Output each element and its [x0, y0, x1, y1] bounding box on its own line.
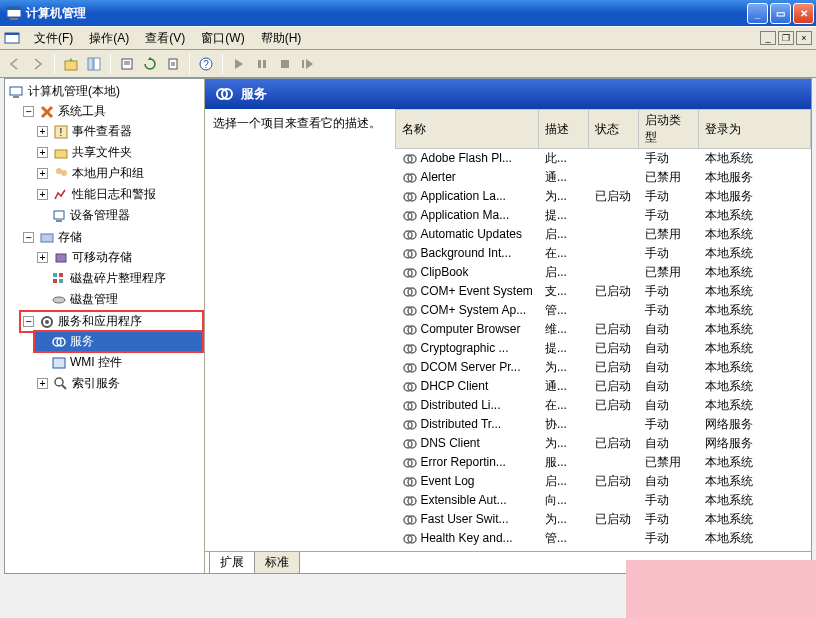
service-logon: 本地系统: [699, 244, 811, 263]
service-row[interactable]: DHCP Client通...已启动自动本地系统: [396, 377, 811, 396]
close-button[interactable]: ✕: [793, 3, 814, 24]
service-startup: 自动: [639, 377, 699, 396]
service-row[interactable]: Health Key and...管...手动本地系统: [396, 529, 811, 548]
menu-view[interactable]: 查看(V): [137, 28, 193, 49]
service-row[interactable]: Extensible Aut...向...手动本地系统: [396, 491, 811, 510]
tree-system-tools[interactable]: −系统工具: [21, 102, 202, 121]
minimize-button[interactable]: _: [747, 3, 768, 24]
col-status[interactable]: 状态: [589, 110, 639, 149]
expand-icon[interactable]: +: [37, 126, 48, 137]
export-button[interactable]: [162, 53, 184, 75]
service-row[interactable]: Automatic Updates启...已禁用本地系统: [396, 225, 811, 244]
start-service-button[interactable]: [228, 53, 250, 75]
services-list[interactable]: 名称 描述 状态 启动类型 登录为 Adobe Flash Pl...此...手…: [395, 109, 811, 551]
menu-action[interactable]: 操作(A): [81, 28, 137, 49]
menu-help[interactable]: 帮助(H): [253, 28, 310, 49]
restart-service-button[interactable]: [297, 53, 319, 75]
service-row[interactable]: Application La...为...已启动手动本地服务: [396, 187, 811, 206]
service-name: DNS Client: [421, 436, 480, 450]
service-row[interactable]: Background Int...在...手动本地系统: [396, 244, 811, 263]
maximize-button[interactable]: ▭: [770, 3, 791, 24]
description-panel: 选择一个项目来查看它的描述。: [205, 109, 395, 551]
svg-rect-6: [88, 58, 93, 70]
mdi-minimize-button[interactable]: _: [760, 31, 776, 45]
svg-rect-32: [59, 279, 63, 283]
properties-button[interactable]: [116, 53, 138, 75]
tab-extended[interactable]: 扩展: [209, 552, 255, 574]
expand-icon[interactable]: +: [37, 147, 48, 158]
menu-file[interactable]: 文件(F): [26, 28, 81, 49]
service-logon: 本地系统: [699, 263, 811, 282]
service-row[interactable]: Distributed Tr...协...手动网络服务: [396, 415, 811, 434]
mdi-restore-button[interactable]: ❐: [778, 31, 794, 45]
service-row[interactable]: ClipBook启...已禁用本地系统: [396, 263, 811, 282]
collapse-icon[interactable]: −: [23, 316, 34, 327]
service-row[interactable]: Adobe Flash Pl...此...手动本地系统: [396, 149, 811, 169]
tree-storage[interactable]: −存储: [21, 228, 202, 247]
service-row[interactable]: Distributed Li...在...已启动自动本地系统: [396, 396, 811, 415]
forward-button[interactable]: [27, 53, 49, 75]
tree-root[interactable]: 计算机管理(本地): [7, 82, 202, 101]
tree-indexing[interactable]: +索引服务: [35, 374, 202, 393]
tree-services-apps[interactable]: −服务和应用程序: [21, 312, 202, 331]
removable-icon: [53, 250, 69, 266]
service-desc: 启...: [539, 225, 589, 244]
service-logon: 本地系统: [699, 301, 811, 320]
service-row[interactable]: Computer Browser维...已启动自动本地系统: [396, 320, 811, 339]
service-row[interactable]: Event Log启...已启动自动本地系统: [396, 472, 811, 491]
mdi-controls: _ ❐ ×: [760, 31, 812, 45]
tree-defrag[interactable]: 磁盘碎片整理程序: [35, 269, 202, 288]
tree-shared-folders[interactable]: +共享文件夹: [35, 143, 202, 162]
col-logon[interactable]: 登录为: [699, 110, 811, 149]
service-status: 已启动: [589, 320, 639, 339]
stop-service-button[interactable]: [274, 53, 296, 75]
service-name: Fast User Swit...: [421, 512, 509, 526]
tree-wmi[interactable]: WMI 控件: [35, 353, 202, 372]
service-row[interactable]: Application Ma...提...手动本地系统: [396, 206, 811, 225]
service-desc: 管...: [539, 301, 589, 320]
expand-icon[interactable]: +: [37, 168, 48, 179]
console-tree[interactable]: 计算机管理(本地) −系统工具 +!事件查看器 +共享文件夹 +本地用户和组 +…: [5, 79, 205, 573]
collapse-icon[interactable]: −: [23, 232, 34, 243]
service-startup: 手动: [639, 187, 699, 206]
service-row[interactable]: Alerter通...已禁用本地服务: [396, 168, 811, 187]
show-hide-button[interactable]: [83, 53, 105, 75]
expand-icon[interactable]: +: [37, 252, 48, 263]
pause-service-button[interactable]: [251, 53, 273, 75]
mdi-close-button[interactable]: ×: [796, 31, 812, 45]
service-startup: 已禁用: [639, 453, 699, 472]
service-logon: 网络服务: [699, 434, 811, 453]
tree-event-viewer[interactable]: +!事件查看器: [35, 122, 202, 141]
menu-window[interactable]: 窗口(W): [193, 28, 252, 49]
service-row[interactable]: COM+ Event System支...已启动手动本地系统: [396, 282, 811, 301]
tree-services[interactable]: 服务: [35, 332, 202, 351]
tree-removable-storage[interactable]: +可移动存储: [35, 248, 202, 267]
service-row[interactable]: COM+ System Ap...管...手动本地系统: [396, 301, 811, 320]
help-button[interactable]: ?: [195, 53, 217, 75]
tree-device-manager[interactable]: 设备管理器: [35, 206, 202, 225]
service-row[interactable]: Fast User Swit...为...已启动手动本地系统: [396, 510, 811, 529]
expand-icon[interactable]: +: [37, 378, 48, 389]
tree-perf-logs[interactable]: +性能日志和警报: [35, 185, 202, 204]
service-row[interactable]: DNS Client为...已启动自动网络服务: [396, 434, 811, 453]
col-name[interactable]: 名称: [396, 110, 539, 149]
service-row[interactable]: Cryptographic ...提...已启动自动本地系统: [396, 339, 811, 358]
tree-disk-management[interactable]: 磁盘管理: [35, 290, 202, 309]
refresh-button[interactable]: [139, 53, 161, 75]
col-desc[interactable]: 描述: [539, 110, 589, 149]
col-startup[interactable]: 启动类型: [639, 110, 699, 149]
svg-point-35: [45, 320, 49, 324]
service-row[interactable]: Error Reportin...服...已禁用本地系统: [396, 453, 811, 472]
expand-icon[interactable]: +: [37, 189, 48, 200]
service-row[interactable]: DCOM Server Pr...为...已启动自动本地系统: [396, 358, 811, 377]
svg-rect-26: [56, 220, 62, 222]
back-button[interactable]: [4, 53, 26, 75]
service-status: [589, 301, 639, 320]
service-logon: 网络服务: [699, 415, 811, 434]
tree-local-users[interactable]: +本地用户和组: [35, 164, 202, 183]
up-button[interactable]: [60, 53, 82, 75]
service-startup: 手动: [639, 301, 699, 320]
service-startup: 手动: [639, 529, 699, 548]
tab-standard[interactable]: 标准: [254, 552, 300, 574]
collapse-icon[interactable]: −: [23, 106, 34, 117]
